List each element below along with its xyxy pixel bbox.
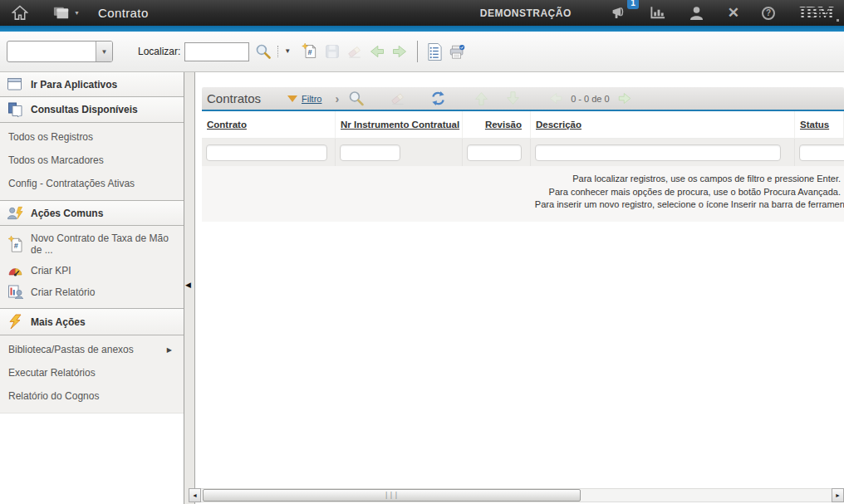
sidebar-item-todos-os-registros[interactable]: Todos os Registros (0, 125, 184, 149)
scrollbar-grip: ||| (385, 492, 399, 499)
next-record-button[interactable] (390, 42, 409, 61)
scroll-left-button[interactable]: ◄ (189, 488, 201, 502)
kpi-gauge-icon (7, 264, 23, 276)
sort-link[interactable]: Status (800, 120, 829, 130)
queries-icon (7, 102, 23, 117)
lightning-icon (7, 314, 23, 330)
table-header-row: Contrato Nr Instrumento Contratual Revis… (202, 111, 844, 139)
profile-button[interactable] (687, 4, 707, 22)
sort-link[interactable]: Descrição (536, 120, 581, 130)
search-icon (255, 42, 272, 61)
close-session-button[interactable]: ✕ (726, 5, 741, 22)
sidebar-item-executar-relatorios[interactable]: Executar Relatórios (0, 361, 184, 384)
filter-input-descricao[interactable] (535, 144, 781, 161)
help-button[interactable]: ? (760, 5, 777, 22)
scroll-right-button[interactable]: ► (832, 488, 844, 502)
filter-input-nr-instrumento-contratual[interactable] (340, 144, 400, 161)
search-options-caret-icon[interactable]: ▼ (277, 46, 291, 57)
column-header-revisao: Revisão (463, 111, 531, 138)
printer-icon (449, 42, 465, 61)
arrow-right-icon (391, 42, 408, 61)
filter-cell (531, 139, 795, 166)
sidebar-item-criar-kpi[interactable]: Criar KPI (0, 260, 184, 281)
scrollbar-track[interactable]: ||| (201, 488, 832, 502)
report-list-icon (426, 42, 443, 61)
table-title: Contratos (207, 91, 287, 105)
search-button[interactable] (254, 41, 272, 62)
sidebar-item-config-contratacoes-ativas[interactable]: Config - Contratações Ativas (0, 172, 184, 195)
topbar-right: DEMONSTRAÇÃO 1 ✕ ? IBM (480, 2, 834, 23)
sort-link[interactable]: Nr Instrumento Contratual (341, 120, 459, 130)
help-icon: ? (762, 7, 775, 20)
collapse-sidebar-icon[interactable]: ◀ (185, 281, 191, 289)
application-window-icon (7, 77, 23, 91)
sidebar-section-acoes-comuns[interactable]: Ações Comuns (0, 200, 184, 226)
filter-input-contrato[interactable] (206, 144, 327, 161)
move-up-button[interactable] (472, 90, 490, 107)
arrow-left-icon (547, 91, 564, 105)
sidebar-splitter[interactable]: ◀ (184, 72, 195, 504)
table-toolbar: Contratos Filtro › (202, 87, 844, 110)
new-record-icon: # (302, 42, 318, 61)
sidebar-section-consultas-disponiveis[interactable]: Consultas Disponíveis (0, 97, 184, 123)
sidebar-item-novo-contrato[interactable]: # Novo Contrato de Taxa de Mão de ... (0, 228, 184, 260)
save-button[interactable] (323, 42, 341, 61)
bar-chart-icon (650, 6, 666, 20)
column-header-descricao: Descrição (531, 111, 795, 138)
applications-menu-button[interactable]: ▼ (52, 4, 81, 22)
sidebar-section-mais-acoes[interactable]: Mais Ações (0, 308, 184, 335)
clear-changes-button[interactable] (346, 42, 364, 61)
filter-input-status[interactable] (799, 144, 844, 161)
query-select[interactable]: ▼ (7, 41, 113, 62)
caret-down-icon[interactable]: ▼ (96, 42, 112, 61)
table-search-button[interactable] (347, 89, 366, 108)
refresh-button[interactable] (429, 90, 447, 107)
previous-record-button[interactable] (368, 42, 386, 61)
localizar-label: Localizar: (138, 46, 180, 57)
sidebar: Ir Para Aplicativos Consultas Disponívei… (0, 72, 184, 504)
move-down-button[interactable] (503, 90, 522, 107)
new-record-button[interactable]: # (301, 41, 319, 62)
announcements-button[interactable]: 1 (609, 3, 629, 22)
refresh-icon (429, 91, 446, 106)
previous-page-button[interactable] (547, 91, 565, 106)
filter-collapse-icon[interactable] (287, 95, 297, 102)
sort-link[interactable]: Revisão (485, 120, 522, 130)
sidebar-item-relatorio-do-cognos[interactable]: Relatório do Cognos (0, 384, 184, 408)
create-report-icon (7, 285, 23, 299)
reports-chart-button[interactable] (648, 4, 668, 22)
caret-down-icon: ▼ (74, 10, 80, 16)
filter-cell (463, 139, 531, 166)
applications-icon (53, 6, 70, 20)
sidebar-item-criar-relatorio[interactable]: Criar Relatório (0, 281, 184, 303)
sidebar-section-ir-para-aplicativos[interactable]: Ir Para Aplicativos (0, 72, 184, 97)
next-page-button[interactable] (616, 91, 634, 106)
arrow-right-icon (616, 91, 633, 105)
sidebar-item-todos-os-marcadores[interactable]: Todos os Marcadores (0, 149, 184, 172)
filter-cell (336, 139, 463, 166)
filter-input-revisao[interactable] (467, 144, 522, 161)
environment-label: DEMONSTRAÇÃO (480, 7, 572, 19)
filter-toggle-link[interactable]: Filtro (302, 94, 321, 104)
horizontal-scrollbar[interactable]: ◄ ||| ► (189, 488, 844, 502)
scrollbar-thumb[interactable]: ||| (203, 489, 581, 502)
section-label: Ações Comuns (31, 208, 103, 219)
more-actions-list: Biblioteca/Pastas de anexos ▶ Executar R… (0, 335, 184, 413)
close-icon: ✕ (728, 7, 739, 20)
localizar-input[interactable] (184, 42, 249, 61)
common-actions-icon (7, 206, 23, 220)
help-line: Para localizar registros, use os campos … (202, 173, 841, 186)
print-button[interactable] (448, 42, 466, 62)
submenu-arrow-icon: ▶ (167, 346, 172, 354)
arrow-left-icon (369, 42, 385, 61)
sidebar-item-biblioteca-pastas-de-anexos[interactable]: Biblioteca/Pastas de anexos ▶ (0, 338, 184, 361)
home-icon (12, 5, 28, 21)
home-button[interactable] (10, 3, 30, 22)
sort-link[interactable]: Contrato (207, 120, 247, 130)
reports-button[interactable] (425, 42, 444, 62)
queries-list: Todos os Registros Todos os Marcadores C… (0, 123, 184, 200)
arrow-down-icon (504, 91, 521, 106)
help-line: Para conhecer mais opções de procura, us… (202, 186, 841, 199)
table-clear-button[interactable] (389, 90, 407, 107)
table-filter-row (202, 139, 844, 166)
